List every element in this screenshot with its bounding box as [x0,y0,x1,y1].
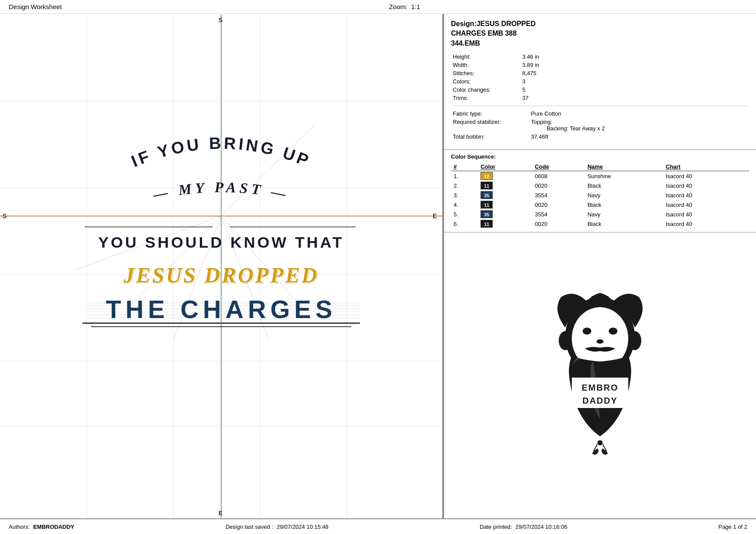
color-table: # Color Code Name Chart 1. 12 0608 Sunsh… [451,163,749,229]
svg-line-20 [221,216,269,339]
row-num: 5. [451,209,478,219]
svg-line-18 [221,216,304,309]
width-value: 3.89 in [521,61,749,69]
fabric-table: Fabric type: Pure Cotton Required stabil… [451,109,749,141]
svg-text:E: E [433,212,437,219]
color-row: 3. 35 3554 Navy Isacord 40 [451,190,749,200]
footer-saved: Design last saved : 29/07/2024 10:15:48 [225,524,328,530]
height-label: Height: [451,53,521,61]
color-changes-value: 5 [521,86,749,94]
row-name: Sunshine [585,171,663,181]
svg-point-47 [597,440,603,445]
color-changes-label: Color changes: [451,86,521,94]
color-row: 4. 11 0020 Black Isacord 40 [451,200,749,209]
row-code: 0608 [532,171,585,181]
row-swatch: 11 [478,200,532,209]
saved-label: Design last saved : [225,524,273,530]
stabilizer-label: Required stabilizer: [451,118,529,133]
svg-point-42 [609,328,617,335]
info-section: Design:JESUS DROPPED CHARGES EMB 388 344… [444,14,756,150]
printed-label: Date printed: [480,524,512,530]
header: Design Worksheet Zoom: 1:1 [0,0,756,14]
total-bobbin-value: 37.46ft [529,133,749,141]
printed-value: 29/07/2024 10:16:06 [515,524,567,530]
svg-text:S: S [219,17,222,23]
row-num: 2. [451,181,478,190]
row-code: 0020 [532,181,585,190]
color-sequence-title: Color Sequence: [451,153,749,160]
svg-line-16 [221,123,317,216]
trims-label: Trims: [451,94,521,102]
col-chart: Chart [663,163,749,171]
svg-text:THE  CHARGES: THE CHARGES [106,295,336,323]
stabilizer-value: Topping: Backing: Tear Away x 2 [529,118,749,133]
embrodaddy-logo: EMBRO DADDY [535,293,665,458]
row-code: 0020 [532,200,585,209]
row-name: Navy [585,190,663,200]
colors-value: 3 [521,77,749,86]
zoom-display: Zoom: 1:1 [389,3,420,10]
width-label: Width: [451,61,521,69]
row-code: 3554 [532,209,585,219]
stitches-value: 8,475 [521,69,749,77]
row-num: 4. [451,200,478,209]
footer-authors: Authors: EMBRODADDY [9,524,74,530]
page-title: Design Worksheet [9,3,62,10]
svg-line-17 [126,216,221,309]
main-content: S S E E IF YOU BRING UP — [0,14,756,518]
color-row: 6. 11 0020 Black Isacord 40 [451,219,749,229]
saved-value: 29/07/2024 10:15:48 [277,524,328,530]
row-chart: Isacord 40 [663,181,749,190]
row-name: Black [585,181,663,190]
row-swatch: 11 [478,219,532,229]
svg-line-15 [74,216,221,270]
specs-table: Height: 3.46 in Width: 3.89 in Stitches:… [451,53,749,102]
svg-text:JESUS  DROPPED: JESUS DROPPED [123,263,319,287]
svg-text:E: E [219,510,222,517]
svg-text:—  MY  PAST  —: — MY PAST — [151,179,291,202]
row-num: 3. [451,190,478,200]
trims-value: 37 [521,94,749,102]
col-num: # [451,163,478,171]
svg-text:S: S [3,212,7,219]
color-row: 2. 11 0020 Black Isacord 40 [451,181,749,190]
row-chart: Isacord 40 [663,171,749,181]
authors-label: Authors: [9,524,30,530]
row-num: 6. [451,219,478,229]
colors-label: Colors: [451,77,521,86]
authors-value: EMBRODADDY [33,524,74,530]
row-num: 1. [451,171,478,181]
svg-text:DADDY: DADDY [582,396,617,405]
row-swatch: 12 [478,171,532,181]
row-swatch: 35 [478,209,532,219]
logo-section: EMBRO DADDY [444,232,756,518]
col-code: Code [532,163,585,171]
footer: Authors: EMBRODADDY Design last saved : … [0,518,756,534]
row-chart: Isacord 40 [663,200,749,209]
row-swatch: 35 [478,190,532,200]
total-bobbin-label: Total bobbin: [451,133,529,141]
svg-text:YOU SHOULD KNOW THAT: YOU SHOULD KNOW THAT [98,233,344,251]
right-panel: Design:JESUS DROPPED CHARGES EMB 388 344… [443,14,756,518]
row-swatch: 11 [478,181,532,190]
stitches-label: Stitches: [451,69,521,77]
color-row: 1. 12 0608 Sunshine Isacord 40 [451,171,749,181]
height-value: 3.46 in [521,53,749,61]
row-chart: Isacord 40 [663,190,749,200]
col-color: Color [478,163,532,171]
canvas-area: S S E E IF YOU BRING UP — [0,14,443,518]
design-title: Design:JESUS DROPPED CHARGES EMB 388 344… [451,19,749,48]
row-name: Black [585,219,663,229]
color-section: Color Sequence: # Color Code Name Chart … [444,150,756,232]
page-number: Page 1 of 2 [718,524,747,530]
row-name: Black [585,200,663,209]
svg-text:JESUS  DROPPED: JESUS DROPPED [124,264,320,288]
svg-point-41 [583,328,591,335]
row-name: Navy [585,209,663,219]
row-chart: Isacord 40 [663,219,749,229]
svg-text:IF  YOU  BRING  UP: IF YOU BRING UP [129,134,313,170]
svg-point-39 [628,331,641,350]
fabric-type-label: Fabric type: [451,109,529,118]
footer-printed: Date printed: 29/07/2024 10:16:06 [480,524,567,530]
svg-point-43 [597,339,603,344]
